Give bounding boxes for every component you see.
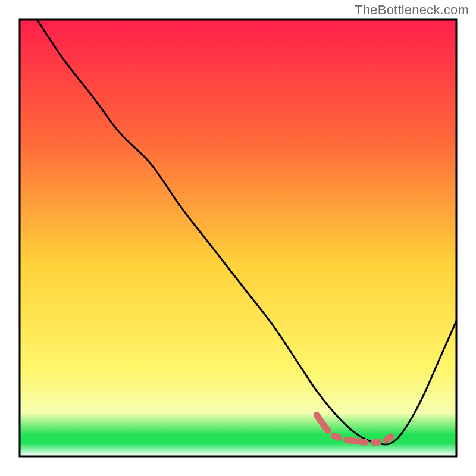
plot-background	[20, 20, 456, 456]
chart-stage: TheBottleneck.com	[0, 0, 476, 476]
bottleneck-chart	[0, 0, 476, 476]
watermark-text: TheBottleneck.com	[355, 2, 469, 18]
